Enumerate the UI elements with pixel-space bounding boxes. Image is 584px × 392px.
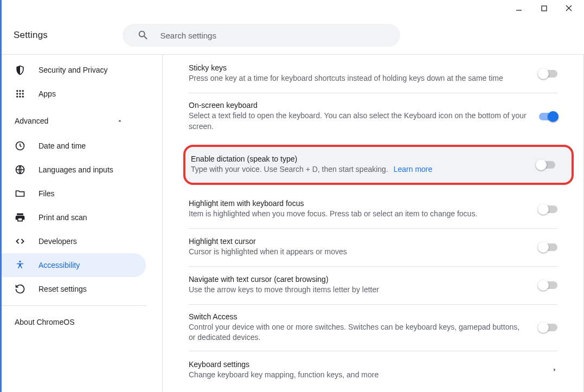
svg-point-6 [22, 90, 24, 92]
search-input[interactable] [123, 24, 400, 47]
setting-description: Press one key at a time for keyboard sho… [189, 73, 528, 84]
setting-caret-browsing: Navigate with text cursor (caret browsin… [189, 266, 557, 304]
svg-point-10 [16, 96, 18, 98]
window-controls [2, 0, 584, 16]
sidebar-label: Files [38, 189, 55, 198]
folder-icon [15, 188, 25, 199]
sidebar-label: Print and scan [38, 213, 87, 222]
sidebar-item-print[interactable]: Print and scan [2, 205, 146, 229]
sidebar-label: About ChromeOS [15, 318, 75, 326]
svg-point-5 [19, 90, 21, 92]
caret-browsing-toggle[interactable] [539, 281, 557, 289]
setting-title: Highlight item with keyboard focus [189, 199, 528, 208]
setting-description: Type with your voice. Use Search + D, th… [191, 164, 526, 175]
sidebar-label: Accessibility [38, 261, 80, 269]
reset-icon [15, 284, 25, 294]
svg-point-9 [22, 93, 24, 94]
sidebar-label: Languages and inputs [38, 165, 113, 174]
setting-sticky-keys: Sticky keys Press one key at a time for … [189, 55, 557, 93]
accessibility-icon [15, 260, 25, 271]
highlight-cursor-toggle[interactable] [539, 243, 557, 251]
setting-highlight-focus: Highlight item with keyboard focus Item … [189, 190, 557, 228]
sidebar-label: Developers [38, 237, 77, 246]
minimize-button[interactable] [507, 1, 531, 16]
sidebar-item-advanced[interactable]: Advanced [2, 109, 146, 133]
svg-point-11 [19, 96, 21, 98]
setting-title: On-screen keyboard [189, 101, 528, 110]
close-button[interactable] [557, 1, 581, 16]
setting-title: Switch Access [189, 312, 528, 321]
sidebar-item-reset[interactable]: Reset settings [2, 277, 146, 301]
header: Settings [2, 16, 584, 54]
code-icon [15, 236, 25, 247]
sidebar-label: Date and time [38, 142, 86, 150]
svg-point-7 [16, 93, 18, 94]
setting-description: Item is highlighted when you move focus.… [189, 209, 528, 220]
sidebar-item-languages[interactable]: Languages and inputs [2, 158, 146, 182]
setting-keyboard-settings[interactable]: Keyboard settings Change keyboard key ma… [189, 351, 557, 389]
app-title: Settings [14, 30, 48, 41]
setting-title: Keyboard settings [189, 360, 541, 369]
svg-point-12 [22, 96, 24, 98]
svg-point-15 [19, 261, 21, 262]
sidebar-label: Security and Privacy [38, 66, 108, 74]
svg-point-8 [19, 93, 21, 94]
sidebar-divider [2, 305, 146, 306]
highlight-focus-toggle[interactable] [539, 205, 557, 213]
setting-highlight-cursor: Highlight text cursor Cursor is highligh… [189, 228, 557, 266]
sidebar-item-files[interactable]: Files [2, 182, 146, 205]
onscreen-keyboard-toggle[interactable] [539, 113, 557, 120]
sidebar-item-security[interactable]: Security and Privacy [2, 58, 146, 82]
svg-rect-1 [542, 6, 547, 11]
sidebar-item-developers[interactable]: Developers [2, 229, 146, 253]
sidebar-label: Apps [38, 89, 56, 98]
sidebar-label: Reset settings [38, 285, 87, 293]
setting-description: Change keyboard key mapping, function ke… [189, 370, 541, 381]
printer-icon [15, 212, 25, 223]
sidebar-item-accessibility[interactable]: Accessibility [2, 253, 146, 277]
highlighted-setting: Enable dictation (speak to type) Type wi… [183, 145, 574, 185]
sidebar-item-date[interactable]: Date and time [2, 134, 146, 158]
content-panel: Sticky keys Press one key at a time for … [163, 55, 584, 392]
setting-title: Sticky keys [189, 63, 528, 72]
maximize-button[interactable] [532, 1, 556, 16]
apps-icon [15, 88, 25, 99]
sidebar-item-about[interactable]: About ChromeOS [2, 310, 162, 334]
setting-title: Navigate with text cursor (caret browsin… [189, 275, 528, 284]
learn-more-link[interactable]: Learn more [394, 165, 433, 173]
dictation-toggle[interactable] [537, 161, 555, 169]
sidebar-item-apps[interactable]: Apps [2, 82, 146, 106]
setting-description: Cursor is highlighted when it appears or… [189, 247, 528, 258]
setting-description: Use the arrow keys to move through items… [189, 285, 528, 295]
shield-icon [15, 65, 25, 75]
setting-title: Highlight text cursor [189, 237, 528, 246]
setting-description: Select a text field to open the keyboard… [189, 111, 528, 132]
sidebar: Security and Privacy Apps Advanced Date … [2, 55, 163, 392]
setting-dictation: Enable dictation (speak to type) Type wi… [185, 155, 555, 175]
switch-access-toggle[interactable] [539, 324, 557, 331]
setting-description: Control your device with one or more swi… [189, 322, 528, 343]
setting-onscreen-keyboard: On-screen keyboard Select a text field t… [189, 93, 557, 139]
setting-switch-access: Switch Access Control your device with o… [189, 304, 557, 351]
svg-point-4 [16, 90, 18, 92]
globe-icon [15, 164, 25, 175]
chevron-right-icon [552, 367, 557, 372]
chevron-up-icon [117, 118, 123, 124]
sidebar-label: Advanced [15, 117, 48, 125]
setting-title: Enable dictation (speak to type) [191, 155, 526, 163]
sticky-keys-toggle[interactable] [539, 70, 557, 78]
search-icon [137, 29, 149, 41]
clock-icon [15, 140, 25, 151]
